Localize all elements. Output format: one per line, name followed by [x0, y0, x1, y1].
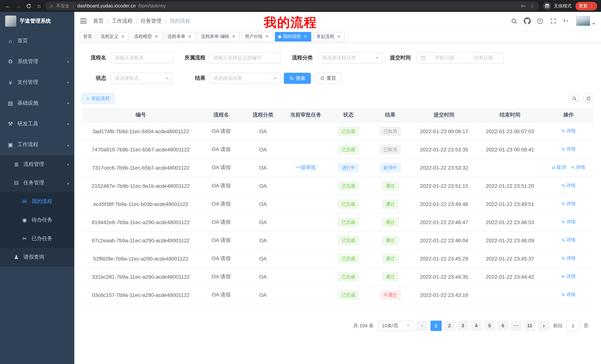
svg-text:T: T: [563, 19, 566, 23]
more-pages-button[interactable]: ···: [511, 320, 522, 331]
submit-time-label: 提交时间: [389, 55, 411, 61]
close-icon[interactable]: [231, 34, 236, 39]
search-button[interactable]: 搜索: [284, 73, 311, 84]
reload-button[interactable]: [25, 2, 33, 10]
key-icon[interactable]: [519, 2, 527, 10]
tab-initiate-process[interactable]: 发起流程: [313, 32, 345, 41]
start-date-placeholder: 开始日期: [428, 55, 461, 61]
tab-user-group[interactable]: 用户分组: [241, 32, 273, 41]
sidebar-item-leave-query[interactable]: ♟ 请假查询: [0, 248, 74, 266]
sidebar-item-system-management[interactable]: ⚙ 系统管理 ▾: [0, 51, 74, 72]
sidebar-item-devtools[interactable]: ⚒ 研发工具 ▾: [0, 114, 74, 134]
breadcrumb-item[interactable]: 工作流程: [112, 18, 133, 24]
browser-update-button[interactable]: 更新 ⋮: [575, 2, 597, 10]
detail-link[interactable]: 详情: [571, 164, 585, 171]
user-menu[interactable]: [576, 16, 595, 26]
breadcrumb-item[interactable]: 首页: [93, 18, 104, 24]
tab-process-definition[interactable]: 流程定义: [97, 32, 129, 41]
forward-button[interactable]: →: [14, 2, 22, 10]
cell-result: 通过: [369, 249, 411, 268]
page-jump-input[interactable]: 1: [566, 320, 580, 331]
help-icon[interactable]: ?: [536, 17, 544, 25]
initiate-process-button[interactable]: 发起流程: [82, 93, 115, 104]
process-category-select[interactable]: 请选择流程分类: [318, 52, 383, 63]
my-process-icon: ✉: [21, 198, 28, 205]
page-5-button[interactable]: 5: [484, 320, 495, 331]
detail-link[interactable]: 详情: [561, 146, 576, 153]
sidebar-item-todo-tasks[interactable]: ◉ 待办任务: [0, 211, 74, 229]
sidebar-item-home[interactable]: ⌂ 首页: [0, 30, 74, 51]
detail-link[interactable]: 详情: [561, 237, 576, 244]
detail-link[interactable]: 详情: [561, 183, 576, 189]
detail-link[interactable]: 详情: [561, 201, 576, 207]
sidebar-item-workflow[interactable]: ▣ 工作流程 ▴: [0, 134, 74, 155]
next-page-button[interactable]: [538, 320, 549, 331]
close-icon[interactable]: [303, 34, 308, 39]
sidebar-item-my-process[interactable]: ✉ 我的流程: [0, 192, 74, 211]
sidebar-item-payment-management[interactable]: ¥ 支付管理 ▾: [0, 72, 74, 93]
cell-status: 已完成: [328, 122, 369, 140]
sidebar-item-label: 支付管理: [18, 79, 67, 86]
search-icon[interactable]: [510, 17, 518, 25]
detail-link[interactable]: 详情: [561, 274, 576, 280]
sidebar-item-infrastructure[interactable]: ▤ 基础设施 ▾: [0, 93, 74, 114]
page-6-button[interactable]: 6: [497, 320, 509, 331]
fullscreen-icon[interactable]: [549, 17, 557, 25]
status-select[interactable]: 请选择状态: [111, 73, 173, 84]
show-search-button[interactable]: [569, 93, 580, 104]
tab-home[interactable]: 首页: [80, 32, 95, 41]
reset-button[interactable]: 重置: [315, 73, 342, 84]
cell-actions: 详情: [543, 122, 594, 140]
tab-process-form-edit[interactable]: 流程表单-编辑: [198, 32, 240, 41]
sidebar-item-label: 研发工具: [18, 121, 67, 127]
prev-page-button[interactable]: [416, 320, 428, 331]
sidebar-item-task-management[interactable]: ⊟ 任务管理 ▴: [0, 174, 74, 192]
detail-link[interactable]: 详情: [561, 128, 576, 134]
process-definition-input[interactable]: 请输入流程定义的编号: [209, 52, 281, 63]
back-button[interactable]: ←: [4, 2, 12, 10]
sidebar-item-done-tasks[interactable]: ✂ 已办任务: [0, 229, 74, 248]
tab-my-process[interactable]: 我的流程: [275, 32, 311, 41]
cell-result: 处理中: [369, 158, 411, 177]
address-separator: [73, 3, 74, 8]
sidebar-item-process-management[interactable]: ≣ 流程管理 ▾: [0, 155, 74, 174]
home-button[interactable]: ⌂: [35, 2, 43, 10]
app-logo: 芋道管理系统: [0, 12, 74, 30]
address-bar[interactable]: ⚠ 不安全 dashboard.yudao.iocoder.cn /bpm/ta…: [45, 1, 539, 10]
cancel-link[interactable]: 取消: [552, 164, 566, 171]
breadcrumb-item[interactable]: 我的流程: [170, 18, 190, 24]
sidebar-toggle-icon[interactable]: [80, 19, 87, 23]
page-4-button[interactable]: 4: [471, 320, 482, 331]
page-2-button[interactable]: 2: [444, 320, 455, 331]
cell-id: ec45f38f-7b9a-11ec-b03b-acde48001122: [82, 195, 200, 213]
close-icon[interactable]: [187, 34, 192, 39]
bookmark-star-icon[interactable]: ☆: [530, 3, 534, 9]
detail-link[interactable]: 详情: [561, 292, 576, 298]
tab-process-model[interactable]: 流程模型: [131, 32, 162, 41]
close-icon[interactable]: [120, 34, 126, 39]
font-size-icon[interactable]: TT: [562, 17, 570, 25]
security-label: 不安全: [56, 3, 70, 9]
breadcrumb-item[interactable]: 任务管理: [141, 18, 161, 24]
jump-suffix: 页: [583, 322, 588, 329]
close-icon[interactable]: [154, 34, 159, 39]
refresh-table-button[interactable]: [583, 93, 594, 104]
github-icon[interactable]: [523, 17, 531, 25]
tab-process-form[interactable]: 流程表单: [164, 32, 196, 41]
result-select[interactable]: 请选择流结果: [209, 73, 281, 84]
page-3-button[interactable]: 3: [457, 320, 468, 331]
submit-time-range-picker[interactable]: 开始日期 - 结束日期: [417, 52, 504, 63]
status-tag: 已完成: [338, 200, 359, 208]
process-name-input[interactable]: 请输入流程名: [111, 52, 173, 63]
cell-result: 通过: [369, 231, 411, 249]
detail-link[interactable]: 详情: [561, 219, 576, 225]
current-task-link[interactable]: 一级审批: [295, 164, 316, 170]
page-size-select[interactable]: 10条/页: [378, 320, 413, 331]
page-1-button[interactable]: 1: [431, 320, 442, 331]
detail-link[interactable]: 详情: [561, 256, 576, 262]
page-11-button[interactable]: 11: [524, 320, 535, 331]
close-icon[interactable]: [336, 34, 341, 39]
close-icon[interactable]: [264, 34, 270, 39]
cell-submit-time: 2022-01-22 23:49:46: [411, 195, 477, 213]
table-row: 3ad174fb-7b9d-11ec-8404-acde48001122 OA …: [82, 122, 594, 140]
